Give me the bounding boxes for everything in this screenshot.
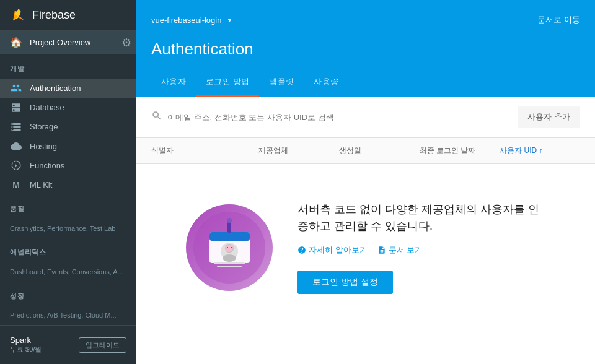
docs-label: 문서 보기	[389, 245, 423, 256]
firebase-logo[interactable]: Firebase	[10, 7, 76, 24]
mlkit-label: ML Kit	[30, 180, 52, 189]
hosting-icon	[10, 140, 22, 152]
spark-name: Spark	[10, 336, 42, 345]
authentication-label: Authentication	[30, 84, 81, 93]
section-label-analytics: 애널리틱스	[0, 238, 136, 262]
spark-price: 무료 $0/월	[10, 345, 42, 354]
tab-login-methods[interactable]: 로그인 방법	[196, 69, 259, 97]
project-dropdown-icon[interactable]: ▼	[226, 17, 232, 24]
project-overview[interactable]: 🏠 Project Overview ⚙	[0, 31, 136, 54]
col-identifier: 식별자	[151, 145, 258, 156]
sidebar-item-functions[interactable]: Functions	[0, 156, 136, 175]
svg-point-8	[226, 245, 233, 252]
gear-icon[interactable]: ⚙	[121, 36, 131, 50]
sidebar: Firebase 🏠 Project Overview ⚙ 개발 Authent…	[0, 0, 136, 364]
spark-section: Spark 무료 $0/월 업그레이드	[0, 331, 136, 359]
add-user-button[interactable]: 사용자 추가	[518, 106, 580, 128]
storage-label: Storage	[30, 122, 58, 131]
docs-icon	[377, 246, 386, 254]
topbar: vue-firebaseui-login ▼ 문서로 이동	[136, 0, 595, 40]
tab-users[interactable]: 사용자	[151, 69, 196, 97]
section-label-growth: 성장	[0, 282, 136, 306]
col-provider: 제공업체	[258, 145, 339, 156]
col-created: 생성일	[339, 145, 420, 156]
search-bar: 사용자 추가	[136, 97, 595, 138]
upgrade-button[interactable]: 업그레이드	[79, 337, 126, 353]
learn-more-icon	[298, 246, 306, 254]
search-icon	[151, 110, 162, 124]
sidebar-item-database[interactable]: Database	[0, 98, 136, 117]
svg-point-4	[227, 218, 232, 223]
content-area: 사용자 추가 식별자 제공업체 생성일 최종 로그인 날짜 사용자 UID ↑	[136, 97, 595, 364]
topbar-project-name[interactable]: vue-firebaseui-login	[151, 15, 221, 25]
topbar-left: vue-firebaseui-login ▼	[151, 15, 232, 25]
sidebar-item-hosting[interactable]: Hosting	[0, 136, 136, 155]
empty-state: 서버측 코드 없이 다양한 제공업체의 사용자를 인증하고 관리할 수 있습니다…	[136, 164, 595, 331]
svg-point-10	[231, 247, 232, 248]
docs-link-empty[interactable]: 문서 보기	[377, 245, 423, 256]
col-last-login: 최종 로그인 날짜	[420, 145, 500, 156]
firebase-flame-icon	[10, 7, 27, 24]
storage-icon	[10, 121, 22, 133]
firebase-title: Firebase	[32, 9, 76, 22]
sidebar-bottom: Spark 무료 $0/월 업그레이드	[0, 325, 136, 364]
functions-icon	[10, 159, 22, 171]
sidebar-item-authentication[interactable]: Authentication	[0, 79, 136, 98]
empty-content: 서버측 코드 없이 다양한 제공업체의 사용자를 인증하고 관리할 수 있습니다…	[298, 201, 545, 294]
spark-info: Spark 무료 $0/월	[10, 336, 42, 354]
hosting-label: Hosting	[30, 142, 57, 151]
svg-point-7	[223, 254, 236, 262]
sidebar-item-mlkit[interactable]: M ML Kit	[0, 175, 136, 194]
section-label-dev: 개발	[0, 54, 136, 79]
topbar-right: 문서로 이동	[537, 14, 580, 25]
table-header: 식별자 제공업체 생성일 최종 로그인 날짜 사용자 UID ↑	[136, 138, 595, 164]
auth-illustration-svg	[192, 210, 267, 285]
svg-point-9	[227, 247, 228, 248]
sidebar-item-growth[interactable]: Predictions, A/B Testing, Cloud M...	[0, 306, 136, 325]
sidebar-header: Firebase	[0, 0, 136, 31]
auth-header: Authentication	[136, 40, 595, 69]
learn-more-label: 자세히 알아보기	[309, 245, 368, 256]
sidebar-item-storage[interactable]: Storage	[0, 117, 136, 136]
project-overview-label: Project Overview	[30, 38, 90, 47]
sidebar-item-quality[interactable]: Crashlytics, Performance, Test Lab	[0, 219, 136, 238]
docs-link[interactable]: 문서로 이동	[537, 15, 580, 24]
section-label-quality: 품질	[0, 194, 136, 219]
tabs-bar: 사용자 로그인 방법 템플릿 사용량	[136, 69, 595, 97]
main-content: vue-firebaseui-login ▼ 문서로 이동 Authentica…	[136, 0, 595, 364]
tab-usage[interactable]: 사용량	[304, 69, 348, 97]
svg-rect-3	[227, 222, 231, 233]
svg-rect-12	[217, 266, 242, 267]
setup-login-button[interactable]: 로그인 방법 설정	[298, 271, 393, 294]
functions-label: Functions	[30, 161, 64, 170]
quality-subtitle: Crashlytics, Performance, Test Lab	[10, 225, 115, 232]
database-label: Database	[30, 103, 64, 112]
empty-text: 서버측 코드 없이 다양한 제공업체의 사용자를 인증하고 관리할 수 있습니다…	[298, 201, 545, 235]
mlkit-icon: M	[10, 179, 22, 191]
database-icon	[10, 102, 22, 114]
page-title: Authentication	[151, 40, 580, 59]
growth-subtitle: Predictions, A/B Testing, Cloud M...	[10, 311, 117, 319]
col-uid[interactable]: 사용자 UID ↑	[500, 145, 580, 156]
svg-rect-11	[214, 262, 245, 264]
tab-templates[interactable]: 템플릿	[259, 69, 304, 97]
svg-rect-2	[209, 232, 250, 241]
home-icon: 🏠	[10, 37, 22, 49]
empty-illustration	[186, 204, 273, 291]
analytics-subtitle: Dashboard, Events, Conversions, A...	[10, 268, 123, 275]
project-overview-left: 🏠 Project Overview	[10, 37, 121, 49]
learn-more-link[interactable]: 자세히 알아보기	[298, 245, 368, 256]
empty-links: 자세히 알아보기 문서 보기	[298, 245, 545, 256]
authentication-icon	[10, 82, 22, 94]
sidebar-item-analytics[interactable]: Dashboard, Events, Conversions, A...	[0, 262, 136, 281]
search-input[interactable]	[167, 113, 513, 122]
search-wrap	[151, 110, 513, 124]
